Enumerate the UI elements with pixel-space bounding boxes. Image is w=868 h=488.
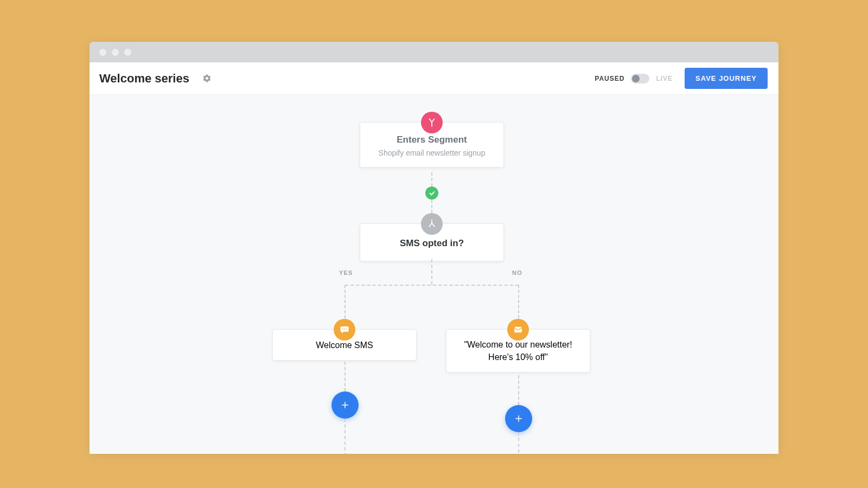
connector	[431, 259, 432, 285]
entry-title: Enters Segment	[369, 134, 495, 145]
window-dot	[124, 49, 131, 56]
status-toggle-group: PAUSED LIVE	[595, 74, 673, 84]
connector	[518, 432, 519, 454]
connector	[518, 285, 519, 318]
save-journey-button[interactable]: SAVE JOURNEY	[685, 68, 768, 89]
connector	[344, 362, 346, 391]
sms-node[interactable]: Welcome SMS	[272, 329, 417, 361]
svg-point-3	[433, 226, 435, 227]
svg-point-6	[346, 329, 347, 330]
svg-point-0	[431, 126, 432, 127]
connector	[518, 375, 519, 405]
live-toggle[interactable]	[631, 74, 649, 84]
add-step-button[interactable]	[331, 391, 359, 419]
add-step-button[interactable]	[505, 405, 532, 432]
segment-icon	[421, 112, 443, 133]
connector	[344, 285, 346, 318]
decision-node[interactable]: SMS opted in?	[360, 223, 504, 261]
gear-icon[interactable]	[202, 74, 212, 83]
svg-point-1	[431, 220, 432, 221]
check-icon	[425, 187, 438, 200]
toggle-knob	[632, 75, 640, 82]
connector	[431, 200, 432, 213]
split-icon	[421, 213, 443, 235]
journey-canvas[interactable]: Enters Segment Shopify email newsletter …	[90, 95, 778, 454]
svg-point-2	[429, 226, 430, 227]
journey-title: Welcome series	[99, 72, 189, 86]
decision-title: SMS opted in?	[369, 238, 495, 249]
sms-title: Welcome SMS	[284, 341, 405, 350]
email-node[interactable]: "Welcome to our newsletter! Here's 10% o…	[446, 329, 590, 373]
connector	[345, 285, 519, 286]
entry-subtitle: Shopify email newsletter signup	[369, 149, 495, 157]
svg-point-4	[342, 329, 343, 330]
yes-label: YES	[339, 269, 353, 276]
app-window: Welcome series PAUSED LIVE SAVE JOURNEY …	[90, 42, 778, 454]
window-dot	[112, 49, 119, 56]
email-title: "Welcome to our newsletter! Here's 10% o…	[457, 338, 579, 363]
connector	[344, 419, 346, 454]
status-live-label: LIVE	[656, 75, 673, 82]
sms-icon	[334, 319, 355, 341]
email-icon	[507, 319, 529, 341]
no-label: NO	[512, 269, 522, 276]
status-paused-label: PAUSED	[595, 75, 624, 82]
connector	[431, 172, 432, 187]
page-header: Welcome series PAUSED LIVE SAVE JOURNEY	[90, 62, 778, 95]
svg-point-5	[344, 329, 345, 330]
entry-node[interactable]: Enters Segment Shopify email newsletter …	[360, 122, 504, 168]
window-titlebar	[90, 42, 778, 62]
window-dot	[99, 49, 106, 56]
